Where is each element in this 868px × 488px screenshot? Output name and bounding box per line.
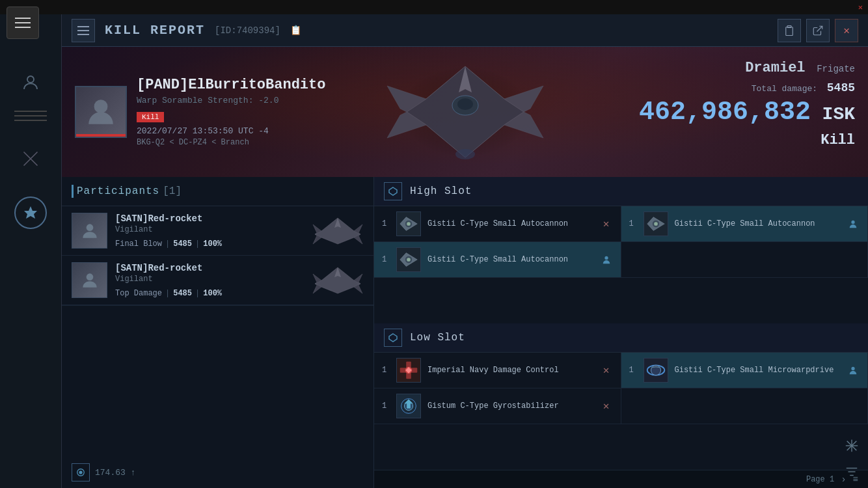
svg-point-21 [851,221,854,224]
svg-point-25 [604,256,608,260]
low-slot-name-3: Gistum C-Type Gyrostabilizer [427,401,593,412]
svg-point-0 [27,76,34,83]
participant-item-2: [SATN]Red-rocket Vigilant Top Damage | 5… [62,256,373,305]
high-slot-name-2: Gistii C-Type Small Autocannon [675,219,841,230]
participant-item: [SATN]Red-rocket Vigilant Final Blow | 5… [62,206,373,256]
low-slot-qty-1: 1 [382,366,390,375]
pilot-name: [PAND]ElBurritoBandito [137,77,325,93]
damage-value-2: 5485 [173,289,192,298]
kill-status: Kill [639,132,855,148]
menu-line-1 [77,26,89,27]
hamburger-button[interactable] [7,7,39,39]
high-slot-name-1: Gistii C-Type Small Autocannon [427,219,593,230]
ship-class: Frigate [817,64,855,74]
sidebar-character-icon [14,66,47,99]
export-button[interactable] [806,19,830,42]
isk-label: ISK [822,104,855,124]
participants-title: Participants [77,185,159,197]
low-slot-action-2[interactable] [847,364,860,377]
low-slot-item-3: 1 Gistum C-Type Gyrostabilizer ✕ [374,388,621,424]
svg-marker-1 [24,206,37,219]
high-slot-title: High Slot [410,185,472,197]
participant-stats-2: Top Damage | 5485 | 100% [115,289,304,298]
warp-scramble: Warp Soramble Strength: -2.0 [137,96,325,105]
low-slot-qty-2: 1 [629,366,637,375]
participant-info-2: [SATN]Red-rocket Vigilant Top Damage | 5… [115,263,304,298]
high-slot-icon [384,182,402,200]
content-area: Participants [1] [SATN]Red-rocket Vigila… [62,177,868,488]
total-damage-label: Total damage: [752,84,817,94]
kill-info: [PAND]ElBurritoBandito Warp Soramble Str… [137,77,325,147]
svg-point-17 [407,222,411,226]
high-slot-action-1[interactable]: ✕ [600,217,613,230]
svg-point-13 [79,470,82,474]
svg-point-10 [86,224,93,231]
main-content: KILL REPORT [ID:7409394] 📋 ✕ [62,14,868,488]
svg-point-9 [457,98,473,110]
low-slot-icon-3 [396,394,421,418]
copy-button[interactable]: 📋 [290,25,301,36]
bottom-value: 174.63 [95,468,126,478]
high-slot-header: High Slot [374,177,868,206]
bottom-unit: ↑ [131,468,136,478]
percent-value-1: 100% [203,239,222,249]
hamburger-line-3 [15,27,31,28]
hamburger-line-2 [15,22,31,23]
svg-marker-26 [389,334,397,342]
svg-rect-3 [786,27,793,35]
kill-location: BKG-Q2 < DC-PZ4 < Branch [137,138,325,147]
kill-banner: [PAND]ElBurritoBandito Warp Soramble Str… [62,47,868,177]
isk-value: 462,986,832 [639,98,811,127]
low-slot-item-1: 1 Imperial Navy Damage Control ✕ [374,353,621,388]
header-actions: ✕ [778,19,858,42]
top-bar: ✕ [0,0,868,14]
svg-point-24 [407,258,411,262]
svg-point-11 [86,273,93,280]
participant-ship-img-1 [312,215,364,247]
high-slot-icon-3 [396,247,421,272]
participants-header: Participants [1] [62,177,373,206]
ship-stats: Dramiel Frigate Total damage: 5485 462,9… [639,60,855,148]
participant-stats-1: Final Blow | 5485 | 100% [115,239,304,249]
filter-tool-icon[interactable] [842,462,861,481]
kill-report-title: KILL REPORT [105,23,205,38]
app-close-button[interactable]: ✕ [858,3,863,12]
high-slot-action-3[interactable] [600,253,613,266]
participants-count: [1] [163,185,182,197]
close-button[interactable]: ✕ [835,19,858,42]
menu-button[interactable] [72,19,95,42]
clipboard-button[interactable] [778,19,801,42]
low-slot-name-1: Imperial Navy Damage Control [427,365,593,376]
bottom-bar: Page 1 › ≡ [374,470,868,488]
close-icon: ✕ [843,24,850,37]
total-damage-value: 5485 [827,81,855,94]
svg-point-5 [94,100,108,113]
blow-label-2: Top Damage [115,289,162,298]
ship-display [351,47,579,177]
cross-tool-icon[interactable] [842,436,861,455]
sidebar-badge[interactable] [14,197,47,229]
sidebar-line-1 [14,111,47,112]
high-slot-name-3: Gistii C-Type Small Autocannon [427,254,593,265]
low-slot-action-3[interactable]: ✕ [600,400,613,413]
low-slot-icon [384,329,402,347]
high-slot-qty-1: 1 [382,219,390,228]
sidebar-combat-icon[interactable] [11,146,50,172]
low-slot-action-1[interactable]: ✕ [600,364,613,377]
low-slot-qty-3: 1 [382,401,390,411]
faction-bar [76,134,126,137]
sidebar [0,14,62,488]
page-info: Page 1 [806,475,834,484]
menu-line-2 [77,30,89,31]
pilot-avatar-image [76,87,126,137]
low-slot-icon-1 [396,358,421,383]
percent-value-2: 100% [203,289,222,298]
sidebar-lines[interactable] [14,111,47,121]
kill-report-header: KILL REPORT [ID:7409394] 📋 ✕ [62,14,868,47]
kill-report-id: [ID:7409394] [215,25,280,36]
svg-marker-14 [389,187,397,195]
high-slot-action-2[interactable] [847,217,860,230]
high-slot-item-4 [621,242,869,278]
low-slot-icon-2 [644,358,668,383]
svg-point-34 [851,367,854,370]
